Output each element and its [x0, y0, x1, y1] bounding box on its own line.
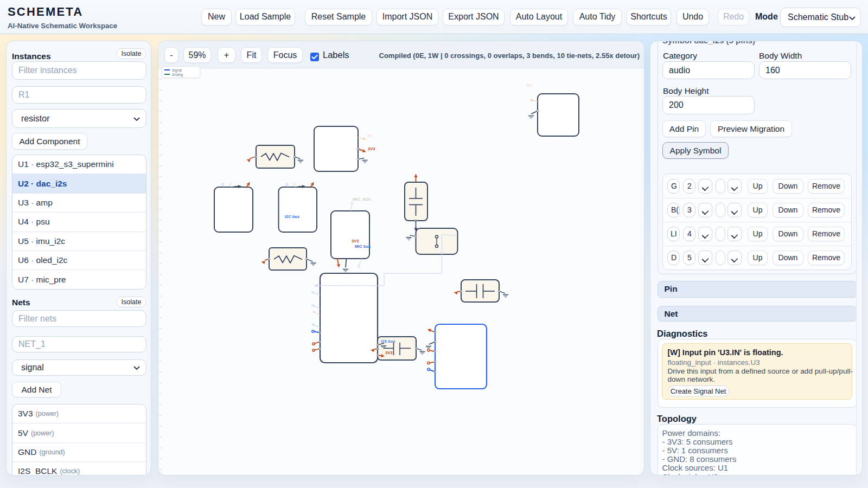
svg-text:3V3: 3V3: [385, 350, 392, 355]
svg-text:5V: 5V: [367, 133, 372, 138]
svg-text:3V3: 3V3: [368, 146, 375, 151]
svg-text:I2S bus: I2S bus: [381, 339, 395, 344]
svg-text:Analog: Analog: [172, 73, 183, 77]
svg-text:5V: 5V: [527, 83, 532, 88]
svg-text:MIC bus: MIC bus: [355, 244, 371, 249]
svg-text:Signal: Signal: [172, 68, 182, 73]
svg-text:I2C bus: I2C bus: [285, 214, 299, 219]
svg-text:MIC_ADC: MIC_ADC: [353, 197, 372, 202]
svg-text:3V3: 3V3: [352, 239, 359, 243]
